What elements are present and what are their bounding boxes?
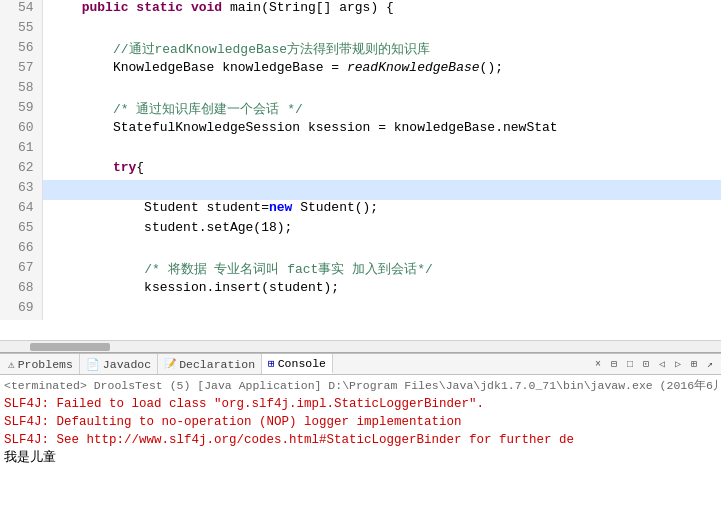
code-line: /* 将数据 专业名词叫 fact事实 加入到会话*/ [42,260,721,280]
tab-action-btn-0[interactable]: × [591,357,605,371]
code-table: 54 public static void main(String[] args… [0,0,721,320]
line-number: 62 [0,160,42,180]
code-line: //通过readKnowledgeBase方法得到带规则的知识库 [42,40,721,60]
code-line: ksession.insert(student); [42,280,721,300]
line-number: 56 [0,40,42,60]
line-number: 67 [0,260,42,280]
tab-bar-actions: ×⊟□⊡◁▷⊞↗ [591,357,721,371]
problems-icon: ⚠ [8,358,15,371]
code-line: public static void main(String[] args) { [42,0,721,20]
scrollbar-thumb[interactable] [30,343,110,351]
code-line [42,80,721,100]
code-line: KnowledgeBase knowledgeBase = readKnowle… [42,60,721,80]
tab-action-btn-2[interactable]: □ [623,357,637,371]
tab-label-javadoc: Javadoc [103,358,151,371]
code-line: StatefulKnowledgeSession ksession = know… [42,120,721,140]
tab-action-btn-6[interactable]: ⊞ [687,357,701,371]
line-number: 64 [0,200,42,220]
console-area: <terminated> DroolsTest (5) [Java Applic… [0,375,721,494]
line-number: 65 [0,220,42,240]
tab-action-btn-5[interactable]: ▷ [671,357,685,371]
console-line-1: SLF4J: Failed to load class "org.slf4j.i… [4,395,717,413]
line-number: 60 [0,120,42,140]
declaration-icon: 📝 [164,358,176,370]
line-number: 63 [0,180,42,200]
code-line: Student student=new Student(); [42,200,721,220]
code-line [42,180,721,200]
line-number: 61 [0,140,42,160]
console-line-2: SLF4J: Defaulting to no-operation (NOP) … [4,413,717,431]
code-line [42,300,721,320]
tab-action-btn-7[interactable]: ↗ [703,357,717,371]
tab-javadoc[interactable]: 📄Javadoc [80,354,158,374]
tab-declaration[interactable]: 📝Declaration [158,354,262,374]
code-line [42,20,721,40]
tab-bar: ⚠Problems📄Javadoc📝Declaration⊞Console×⊟□… [0,353,721,375]
line-number: 69 [0,300,42,320]
tab-label-problems: Problems [18,358,73,371]
line-number: 66 [0,240,42,260]
line-number: 54 [0,0,42,20]
code-line: student.setAge(18); [42,220,721,240]
tab-action-btn-4[interactable]: ◁ [655,357,669,371]
tab-action-btn-1[interactable]: ⊟ [607,357,621,371]
console-icon: ⊞ [268,357,275,370]
tab-label-declaration: Declaration [179,358,255,371]
line-number: 55 [0,20,42,40]
tab-console[interactable]: ⊞Console [262,354,333,374]
code-line: /* 通过知识库创建一个会话 */ [42,100,721,120]
line-number: 57 [0,60,42,80]
console-terminated-line: <terminated> DroolsTest (5) [Java Applic… [4,377,717,395]
javadoc-icon: 📄 [86,358,100,371]
tab-problems[interactable]: ⚠Problems [2,354,80,374]
line-number: 59 [0,100,42,120]
code-line [42,140,721,160]
scrollbar-area[interactable] [0,340,721,352]
console-line-3: SLF4J: See http://www.slf4j.org/codes.ht… [4,431,717,449]
console-line-4: 我是儿童 [4,449,717,467]
editor-area: 54 public static void main(String[] args… [0,0,721,340]
tab-label-console: Console [278,357,326,370]
line-number: 58 [0,80,42,100]
tab-action-btn-3[interactable]: ⊡ [639,357,653,371]
code-line [42,240,721,260]
bottom-panel: ⚠Problems📄Javadoc📝Declaration⊞Console×⊟□… [0,352,721,494]
line-number: 68 [0,280,42,300]
code-line: try{ [42,160,721,180]
